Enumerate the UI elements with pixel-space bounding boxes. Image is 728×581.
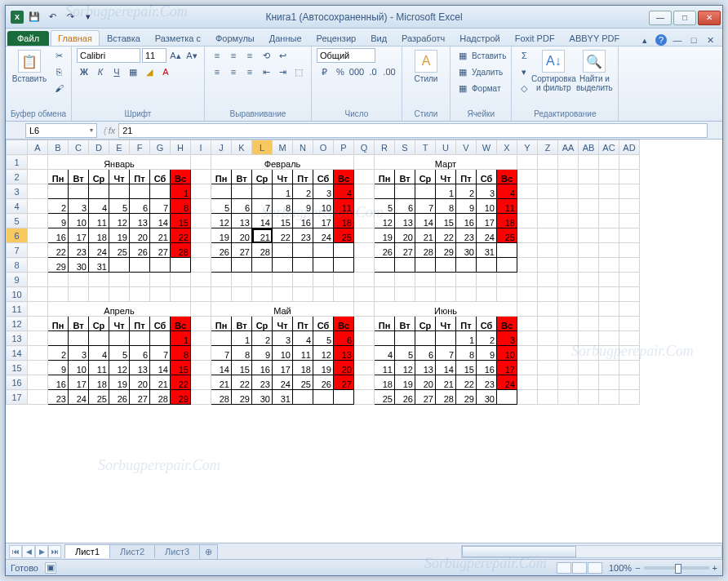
cell[interactable] xyxy=(354,390,375,405)
cell[interactable] xyxy=(619,361,640,375)
cell[interactable] xyxy=(48,273,69,287)
cell[interactable] xyxy=(191,184,211,199)
formula-input[interactable]: 21 xyxy=(118,123,708,138)
cell[interactable]: 2 xyxy=(293,184,313,199)
font-name-combo[interactable]: Calibri xyxy=(77,48,140,63)
cell[interactable]: 28 xyxy=(171,243,191,258)
cell[interactable]: Пн xyxy=(48,317,69,331)
cell[interactable] xyxy=(293,390,313,405)
cell[interactable] xyxy=(28,287,48,302)
cell[interactable] xyxy=(109,184,130,199)
cell[interactable] xyxy=(191,273,211,287)
cell[interactable] xyxy=(28,170,48,184)
cell[interactable] xyxy=(558,390,579,405)
row-header[interactable]: 10 xyxy=(7,287,28,302)
cell[interactable]: 13 xyxy=(395,214,415,228)
cell[interactable] xyxy=(619,317,640,331)
cell[interactable]: 27 xyxy=(130,390,150,405)
cell[interactable] xyxy=(334,273,354,287)
horizontal-scrollbar[interactable] xyxy=(461,545,722,558)
align-middle-button[interactable]: ≡ xyxy=(226,48,241,63)
cell[interactable] xyxy=(28,273,48,287)
cell[interactable]: 27 xyxy=(150,243,171,258)
cell[interactable] xyxy=(375,273,395,287)
cell[interactable]: 15 xyxy=(436,214,456,228)
cell[interactable]: 18 xyxy=(334,214,354,228)
cell[interactable] xyxy=(558,317,579,331)
cell[interactable] xyxy=(619,214,640,228)
cell[interactable] xyxy=(354,331,375,346)
cell[interactable]: 10 xyxy=(477,199,497,214)
cell[interactable]: 5 xyxy=(313,331,334,346)
cell[interactable] xyxy=(456,287,477,302)
cell[interactable] xyxy=(497,243,517,258)
cell[interactable]: 25 xyxy=(334,228,354,243)
cell[interactable]: 2 xyxy=(252,331,273,346)
cell[interactable]: 30 xyxy=(252,390,273,405)
cell[interactable] xyxy=(130,287,150,302)
cell[interactable] xyxy=(579,214,599,228)
cell[interactable]: 20 xyxy=(130,228,150,243)
cell[interactable]: 2 xyxy=(48,346,69,361)
cell[interactable]: 13 xyxy=(232,214,252,228)
cell[interactable] xyxy=(558,214,579,228)
grid[interactable]: ABCDEFGHIJKLMNOPQRSTUVWXYZAAABACAD1Январ… xyxy=(6,140,722,543)
cell[interactable]: 24 xyxy=(89,243,109,258)
col-header[interactable]: R xyxy=(375,140,395,155)
cell[interactable] xyxy=(599,331,619,346)
cell[interactable]: Вт xyxy=(395,170,415,184)
tab-insert[interactable]: Вставка xyxy=(100,30,148,46)
cell[interactable]: 15 xyxy=(273,214,293,228)
cell[interactable] xyxy=(538,273,558,287)
cell[interactable] xyxy=(191,228,211,243)
cell[interactable]: Чт xyxy=(273,170,293,184)
cell[interactable]: 3 xyxy=(497,331,517,346)
cell[interactable]: Вт xyxy=(232,170,252,184)
tab-review[interactable]: Рецензир xyxy=(309,30,364,46)
cell[interactable] xyxy=(599,155,619,170)
cell[interactable]: 5 xyxy=(109,199,130,214)
cell[interactable]: Вс xyxy=(497,170,517,184)
fill-color-button[interactable]: ◢ xyxy=(142,64,157,79)
cell[interactable] xyxy=(579,243,599,258)
cell[interactable]: 4 xyxy=(334,184,354,199)
row-header[interactable]: 12 xyxy=(7,317,28,331)
cell[interactable]: 3 xyxy=(477,184,497,199)
cell[interactable]: 14 xyxy=(211,361,232,375)
cell[interactable] xyxy=(354,258,375,273)
delete-cells-button[interactable]: ▦ xyxy=(455,64,470,79)
cell[interactable]: 29 xyxy=(171,390,191,405)
cell[interactable] xyxy=(395,273,415,287)
col-header[interactable]: K xyxy=(232,140,252,155)
cell[interactable]: 19 xyxy=(211,228,232,243)
cell[interactable]: Чт xyxy=(109,170,130,184)
cell[interactable]: Май xyxy=(211,302,354,317)
cell[interactable]: 21 xyxy=(211,375,232,390)
redo-button[interactable]: ↷ xyxy=(63,10,78,24)
cell[interactable]: 1 xyxy=(436,184,456,199)
cell[interactable] xyxy=(497,390,517,405)
cell[interactable] xyxy=(354,302,375,317)
cell[interactable]: Пт xyxy=(130,317,150,331)
cell[interactable] xyxy=(252,258,273,273)
cell[interactable]: 17 xyxy=(313,214,334,228)
cell[interactable]: Сб xyxy=(150,317,171,331)
cell[interactable]: 29 xyxy=(232,390,252,405)
cell[interactable] xyxy=(150,287,171,302)
cell[interactable] xyxy=(28,375,48,390)
cell[interactable] xyxy=(191,317,211,331)
cell[interactable]: 17 xyxy=(69,375,89,390)
cell[interactable]: 12 xyxy=(109,214,130,228)
cell[interactable]: Ср xyxy=(89,317,109,331)
cell[interactable]: 27 xyxy=(395,243,415,258)
cell[interactable] xyxy=(579,199,599,214)
cell[interactable]: 10 xyxy=(69,361,89,375)
cell[interactable] xyxy=(354,214,375,228)
cell[interactable] xyxy=(619,243,640,258)
undo-button[interactable]: ↶ xyxy=(45,10,60,24)
cell[interactable] xyxy=(232,273,252,287)
cell[interactable]: 13 xyxy=(130,214,150,228)
cell[interactable]: Пн xyxy=(375,170,395,184)
cell[interactable] xyxy=(232,184,252,199)
cell[interactable]: 22 xyxy=(436,228,456,243)
